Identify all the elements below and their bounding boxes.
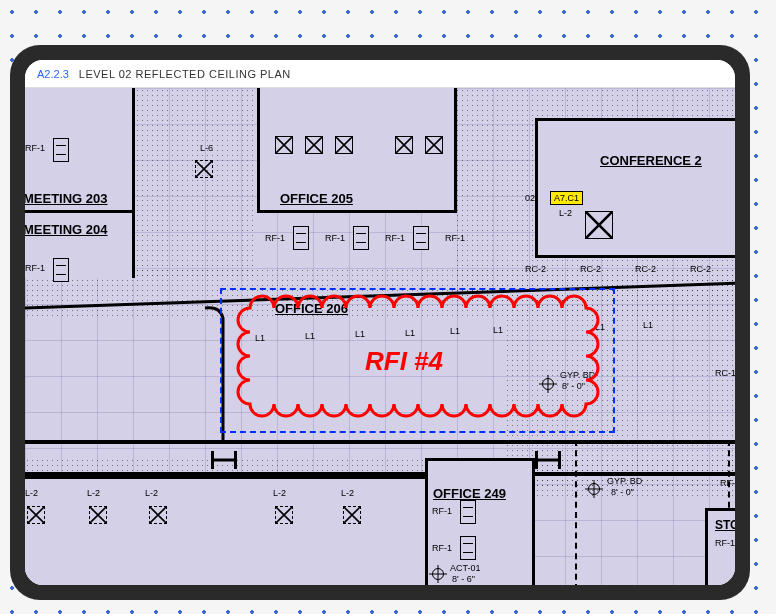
ceiling-type-label: GYP. BD: [607, 476, 642, 486]
column-grid-marker: [211, 451, 237, 469]
light-fixture-icon: [305, 136, 323, 154]
tablet-frame: A2.2.3 LEVEL 02 REFLECTED CEILING PLAN M…: [10, 45, 750, 600]
title-bar: A2.2.3 LEVEL 02 REFLECTED CEILING PLAN: [25, 60, 735, 88]
fixture-label: L-2: [273, 488, 286, 498]
column-grid-marker: [535, 451, 561, 469]
highlight-tag[interactable]: A7.C1: [550, 191, 583, 205]
fixture-label: RF-1: [432, 506, 452, 516]
room-label: OFFICE 205: [280, 191, 353, 206]
target-marker-icon: [432, 568, 444, 580]
ceiling-device-icon: [413, 226, 429, 250]
ceiling-zone: [135, 88, 255, 278]
fixture-label: L1: [643, 320, 653, 330]
fixture-label: RC-2: [690, 264, 711, 274]
fixture-label: RF-1: [325, 233, 345, 243]
light-fixture-icon: [395, 136, 413, 154]
dimension-label: 8' - 0": [611, 487, 634, 497]
target-marker-icon: [588, 483, 600, 495]
light-fixture-icon: [27, 506, 45, 524]
fixture-label: RF-1: [25, 143, 45, 153]
fixture-label: RC-1: [715, 368, 735, 378]
room-label: MEETING 204: [25, 222, 108, 237]
fixture-label: RF-1: [265, 233, 285, 243]
room-label: MEETING 203: [25, 191, 108, 206]
fixture-label: L-6: [200, 143, 213, 153]
light-fixture-icon: [275, 506, 293, 524]
tablet-screen: A2.2.3 LEVEL 02 REFLECTED CEILING PLAN M…: [25, 60, 735, 585]
fixture-label: L-2: [25, 488, 38, 498]
ceiling-device-icon: [460, 536, 476, 560]
ceiling-device-icon: [293, 226, 309, 250]
light-fixture-icon: [425, 136, 443, 154]
document-number[interactable]: A2.2.3: [37, 68, 69, 80]
fixture-label: L-2: [559, 208, 572, 218]
fixture-label: RC-2: [635, 264, 656, 274]
fixture-label: 02: [525, 193, 535, 203]
ceiling-type-label: ACT-01: [450, 563, 481, 573]
fixture-label: L-2: [87, 488, 100, 498]
document-title: LEVEL 02 REFLECTED CEILING PLAN: [79, 68, 291, 80]
ceiling-device-icon: [353, 226, 369, 250]
fixture-label: RF-1: [385, 233, 405, 243]
floorplan-viewport[interactable]: MEETING 203 RF-1 MEETING 204 RF-1 L-6 OF…: [25, 88, 735, 585]
light-fixture-icon: [343, 506, 361, 524]
ceiling-device-icon: [53, 258, 69, 282]
annotation-text[interactable]: RFI #4: [365, 346, 443, 377]
light-fixture-icon: [149, 506, 167, 524]
fixture-label: RF-1: [432, 543, 452, 553]
fixture-label: L-2: [145, 488, 158, 498]
light-fixture-icon: [335, 136, 353, 154]
room-conference: [535, 118, 735, 258]
fixture-label: RF-1: [715, 538, 735, 548]
room-label: OFFICE 249: [433, 486, 506, 501]
room-label: STORAG: [715, 518, 735, 532]
light-fixture-icon: [585, 211, 613, 239]
ceiling-device-icon: [460, 500, 476, 524]
light-fixture-icon: [89, 506, 107, 524]
dimension-label: 8' - 6": [452, 574, 475, 584]
fixture-label: RC-2: [525, 264, 546, 274]
fixture-label: RF-1: [445, 233, 465, 243]
light-fixture-icon: [275, 136, 293, 154]
light-fixture-icon: [195, 160, 213, 178]
room-label: CONFERENCE 2: [600, 153, 702, 168]
fixture-label: RC-2: [580, 264, 601, 274]
fixture-label: L-2: [341, 488, 354, 498]
ceiling-device-icon: [53, 138, 69, 162]
fixture-label: RF-1: [25, 263, 45, 273]
